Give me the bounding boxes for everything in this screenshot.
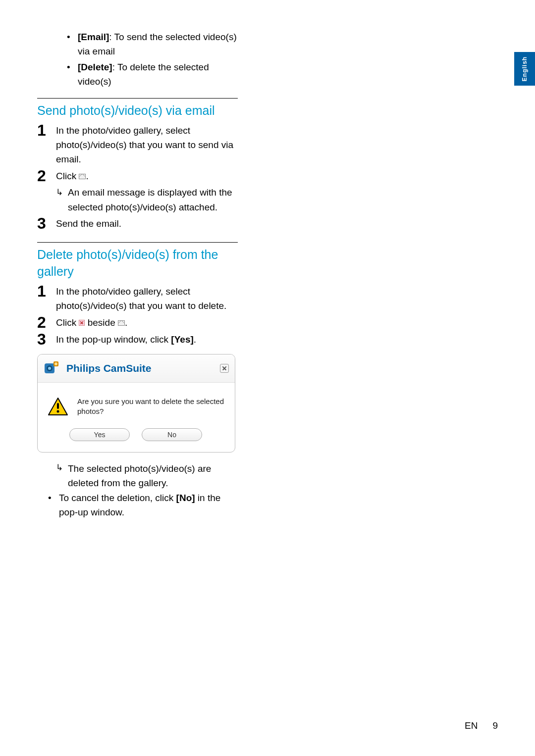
envelope-icon	[118, 320, 125, 326]
confirm-dialog: Philips CamSuite Are you sure you want t…	[37, 354, 235, 453]
step-text-mid: beside	[85, 317, 118, 328]
step-text: In the photo/video gallery, select photo…	[56, 123, 238, 167]
no-button[interactable]: No	[142, 428, 202, 441]
step-2: 2 Click beside .	[37, 315, 238, 330]
step-text-pre: In the pop-up window, click	[56, 334, 171, 345]
step-number: 3	[37, 215, 56, 231]
step-number: 1	[37, 122, 56, 138]
language-label: English	[521, 56, 528, 81]
step-1: 1 In the photo/video gallery, select pho…	[37, 123, 238, 167]
warning-icon	[48, 397, 68, 416]
section-divider	[37, 242, 238, 243]
step-text: Click . ↳ An email message is displayed …	[56, 169, 238, 214]
svg-point-7	[57, 410, 59, 412]
delete-heading: Delete photo(s)/video(s) from the galler…	[37, 247, 238, 280]
cancel-bold: [No]	[176, 493, 195, 503]
step-text-post: .	[194, 334, 196, 345]
camsuite-logo-icon	[43, 359, 60, 377]
step-number: 2	[37, 168, 56, 184]
step-3: 3 In the pop-up window, click [Yes].	[37, 332, 238, 347]
result-arrow-icon: ↳	[56, 186, 63, 199]
step-2: 2 Click . ↳ An email message is displaye…	[37, 169, 238, 214]
cancel-pre: To cancel the deletion, click	[59, 493, 176, 503]
step-1: 1 In the photo/video gallery, select pho…	[37, 284, 238, 313]
cancel-note: To cancel the deletion, click [No] in th…	[48, 491, 238, 520]
page-footer: EN 9	[465, 720, 498, 731]
step-number: 2	[37, 314, 56, 330]
post-dialog-block: ↳ The selected photo(s)/video(s) are del…	[56, 461, 238, 491]
svg-point-4	[54, 362, 57, 365]
dialog-close-button[interactable]	[220, 364, 229, 373]
step-result: ↳ An email message is displayed with the…	[56, 185, 238, 214]
step-number: 1	[37, 283, 56, 299]
step-number: 3	[37, 331, 56, 347]
svg-rect-6	[57, 403, 59, 409]
language-tab: English	[514, 52, 535, 86]
step-text-bold: [Yes]	[171, 334, 193, 345]
footer-lang: EN	[465, 720, 478, 731]
step-text: In the pop-up window, click [Yes].	[56, 332, 238, 347]
step-3: 3 Send the email.	[37, 216, 238, 231]
result-text: An email message is displayed with the s…	[68, 185, 238, 214]
dialog-title: Philips CamSuite	[66, 362, 220, 374]
result-text: The selected photo(s)/video(s) are delet…	[68, 461, 238, 491]
delete-steps: 1 In the photo/video gallery, select pho…	[37, 284, 238, 347]
content-column: [Email]: To send the selected video(s) v…	[37, 30, 238, 520]
step-text: Send the email.	[56, 216, 238, 231]
step-text: In the photo/video gallery, select photo…	[56, 284, 238, 313]
cancel-bullet: To cancel the deletion, click [No] in th…	[48, 491, 238, 520]
intro-bullets: [Email]: To send the selected video(s) v…	[67, 30, 238, 89]
svg-point-2	[48, 367, 51, 370]
send-email-heading: Send photo(s)/video(s) via email	[37, 102, 238, 119]
bullet-label: [Email]	[78, 32, 109, 42]
send-email-steps: 1 In the photo/video gallery, select pho…	[37, 123, 238, 232]
step-text-pre: Click	[56, 317, 79, 328]
step-text-post: .	[86, 171, 88, 181]
step-text-post: .	[125, 317, 127, 328]
yes-button[interactable]: Yes	[69, 428, 130, 441]
step-text: Click beside .	[56, 315, 238, 330]
step-text-pre: Click	[56, 171, 79, 181]
dialog-body: Are you sure you want to delete the sele…	[38, 383, 235, 422]
dialog-buttons: Yes No	[38, 421, 235, 452]
bullet-label: [Delete]	[78, 62, 112, 72]
footer-page-number: 9	[492, 720, 498, 731]
dialog-message: Are you sure you want to delete the sele…	[77, 397, 225, 417]
bullet-email: [Email]: To send the selected video(s) v…	[67, 30, 238, 59]
delete-result: ↳ The selected photo(s)/video(s) are del…	[56, 461, 238, 491]
result-arrow-icon: ↳	[56, 462, 63, 473]
section-divider	[37, 98, 238, 99]
envelope-icon	[79, 174, 86, 179]
dialog-header: Philips CamSuite	[38, 354, 235, 383]
delete-x-icon	[79, 320, 85, 326]
bullet-delete: [Delete]: To delete the selected video(s…	[67, 60, 238, 89]
